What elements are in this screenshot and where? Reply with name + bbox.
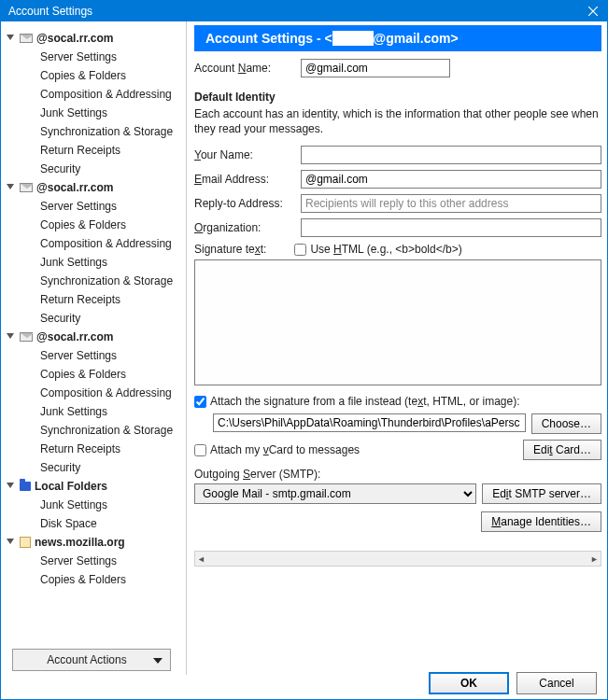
tree-child[interactable]: Return Receipts <box>3 141 186 160</box>
sidebar: @socal.rr.comServer SettingsCopies & Fol… <box>1 21 187 675</box>
expand-icon[interactable] <box>7 483 14 492</box>
vcard-checkbox[interactable] <box>194 444 206 456</box>
tree-child[interactable]: Copies & Folders <box>3 66 186 85</box>
tree-child[interactable]: Security <box>3 160 186 178</box>
default-identity-title: Default Identity <box>194 91 601 104</box>
chevron-down-icon <box>153 653 163 666</box>
account-3[interactable]: Local Folders <box>3 477 186 496</box>
replyto-label: Reply-to Address: <box>194 197 295 210</box>
use-html-label: Use HTML (e.g., <b>bold</b>) <box>310 243 461 256</box>
edit-smtp-button[interactable]: Edit SMTP server… <box>482 483 601 504</box>
tree-child[interactable]: Copies & Folders <box>3 570 186 589</box>
account-1[interactable]: @socal.rr.com <box>3 178 186 197</box>
account-4[interactable]: news.mozilla.org <box>3 533 186 552</box>
manage-identities-button[interactable]: Manage Identities… <box>481 511 601 532</box>
mail-icon <box>20 332 33 342</box>
mail-icon <box>20 183 33 192</box>
account-name-input[interactable] <box>301 59 450 77</box>
scroll-right-icon[interactable]: ► <box>590 554 599 564</box>
default-identity-desc: Each account has an identity, which is t… <box>194 107 601 136</box>
account-0[interactable]: @socal.rr.com <box>3 29 186 48</box>
close-icon[interactable] <box>587 5 600 18</box>
tree-child[interactable]: Junk Settings <box>3 496 186 514</box>
window-titlebar: Account Settings <box>1 1 607 21</box>
your-name-label: Your Name: <box>194 148 295 161</box>
tree-child[interactable]: Junk Settings <box>3 402 186 421</box>
content-pane: Account Settings - <x@gmail.com> Account… <box>187 21 607 675</box>
scroll-left-icon[interactable]: ◄ <box>197 554 205 564</box>
tree-child[interactable]: Synchronization & Storage <box>3 122 186 141</box>
tree-child[interactable]: Junk Settings <box>3 253 186 272</box>
account-label: @socal.rr.com <box>36 181 113 194</box>
tree-child[interactable]: Return Receipts <box>3 440 186 458</box>
tree-child[interactable]: Security <box>3 458 186 477</box>
tree-child[interactable]: Server Settings <box>3 552 186 570</box>
replyto-input[interactable] <box>301 194 601 213</box>
window-title: Account Settings <box>8 5 92 18</box>
tree-child[interactable]: Composition & Addressing <box>3 234 186 253</box>
cancel-button[interactable]: Cancel <box>516 672 597 694</box>
tree-child[interactable]: Copies & Folders <box>3 216 186 234</box>
svg-marker-3 <box>7 184 14 189</box>
account-tree[interactable]: @socal.rr.comServer SettingsCopies & Fol… <box>1 27 186 645</box>
account-label: @socal.rr.com <box>36 32 113 45</box>
sig-label: Signature text: <box>194 243 266 256</box>
org-label: Organization: <box>194 221 295 234</box>
horizontal-scrollbar[interactable]: ◄ ► <box>194 551 601 567</box>
choose-button[interactable]: Choose… <box>531 413 601 434</box>
account-label: @socal.rr.com <box>36 330 113 343</box>
account-actions-button[interactable]: Account Actions <box>12 649 171 671</box>
account-label: Local Folders <box>35 480 107 493</box>
expand-icon[interactable] <box>7 184 14 193</box>
ok-button[interactable]: OK <box>429 672 509 694</box>
tree-child[interactable]: Synchronization & Storage <box>3 272 186 290</box>
smtp-select[interactable]: Google Mail - smtp.gmail.com <box>194 483 476 504</box>
your-name-input[interactable] <box>301 146 601 164</box>
tree-child[interactable]: Copies & Folders <box>3 365 186 384</box>
tree-child[interactable]: Composition & Addressing <box>3 384 186 402</box>
signature-textarea[interactable] <box>194 259 601 385</box>
sig-file-path-input[interactable] <box>213 413 526 432</box>
tree-child[interactable]: Server Settings <box>3 346 186 365</box>
tree-child[interactable]: Synchronization & Storage <box>3 421 186 440</box>
smtp-label: Outgoing Server (SMTP): <box>194 468 601 481</box>
vcard-label: Attach my vCard to messages <box>210 443 360 456</box>
use-html-checkbox[interactable] <box>294 244 306 256</box>
mail-icon <box>20 34 33 43</box>
tree-child[interactable]: Server Settings <box>3 197 186 216</box>
dialog-footer: OK Cancel <box>429 672 597 694</box>
svg-marker-4 <box>7 333 14 339</box>
account-2[interactable]: @socal.rr.com <box>3 328 186 346</box>
expand-icon[interactable] <box>7 333 14 343</box>
edit-card-button[interactable]: Edit Card… <box>523 440 601 460</box>
org-input[interactable] <box>301 218 601 237</box>
tree-child[interactable]: Server Settings <box>3 48 186 66</box>
attach-sig-checkbox[interactable] <box>194 396 206 408</box>
folder-icon <box>20 482 31 491</box>
tree-child[interactable]: Return Receipts <box>3 290 186 309</box>
tree-child[interactable]: Composition & Addressing <box>3 85 186 104</box>
tree-child[interactable]: Disk Space <box>3 514 186 533</box>
account-name-label: Account Name: <box>194 62 295 75</box>
svg-marker-5 <box>7 483 14 488</box>
news-icon <box>20 537 31 548</box>
tree-child[interactable]: Junk Settings <box>3 104 186 122</box>
account-label: news.mozilla.org <box>35 536 125 549</box>
expand-icon[interactable] <box>7 35 14 44</box>
svg-marker-2 <box>7 35 14 40</box>
account-header: Account Settings - <x@gmail.com> <box>194 25 601 51</box>
attach-sig-label: Attach the signature from a file instead… <box>210 395 519 408</box>
svg-marker-6 <box>7 539 14 544</box>
email-label: Email Address: <box>194 173 295 186</box>
expand-icon[interactable] <box>7 539 14 548</box>
account-actions-label: Account Actions <box>21 653 153 666</box>
tree-child[interactable]: Security <box>3 309 186 328</box>
svg-marker-7 <box>153 658 163 664</box>
email-input[interactable] <box>301 170 601 189</box>
